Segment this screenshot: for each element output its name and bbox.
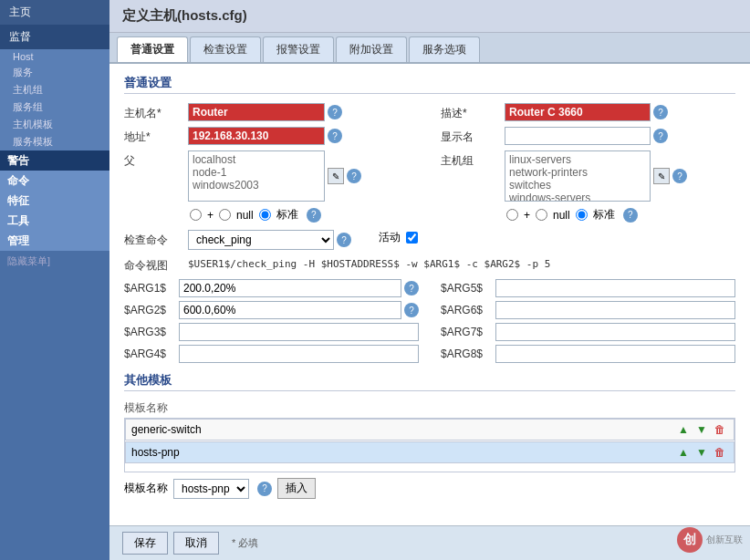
template-row-1: hosts-pnp ▲ ▼ 🗑 <box>125 441 734 463</box>
arg6-input[interactable] <box>495 301 735 319</box>
cmdview-row: 命令视图 $USER1$/check_ping -H $HOSTADDRESS$… <box>124 255 735 274</box>
radio-std-left[interactable] <box>259 209 271 221</box>
radio-plus-left[interactable] <box>190 209 202 221</box>
arg8-label: $ARG8$ <box>441 347 495 360</box>
add-template-label: 模板名称 <box>124 481 168 496</box>
parent-field-wrap: localhost node-1 windows2003 ✎ ? <box>188 150 361 202</box>
template-name-1: hosts-pnp <box>131 446 673 459</box>
sidebar-sub-hostgroup[interactable]: 主机组 <box>0 81 109 99</box>
arg1-input[interactable] <box>179 279 401 297</box>
arg4-label: $ARG4$ <box>124 347 179 360</box>
add-template-help-icon[interactable]: ? <box>257 482 272 496</box>
hostgroup-textarea[interactable]: linux-servers network-printers switches … <box>505 150 651 202</box>
add-template-row: 模板名称 hosts-pnp ? 插入 <box>124 478 735 499</box>
address-input[interactable] <box>188 127 325 145</box>
hostgroup-label: 主机组 <box>441 150 505 169</box>
tab-check[interactable]: 检查设置 <box>190 36 261 62</box>
checkcmd-select[interactable]: check_ping <box>188 230 334 250</box>
arg1-row: $ARG1$ ? <box>124 279 419 297</box>
hostname-input[interactable] <box>188 103 325 121</box>
display-help-icon[interactable]: ? <box>653 129 668 143</box>
template-up-btn-0[interactable]: ▲ <box>675 422 692 437</box>
template-row-0: generic-switch ▲ ▼ 🗑 <box>125 419 734 441</box>
sidebar-item-command[interactable]: 命令 <box>0 171 109 191</box>
sidebar-item-tools[interactable]: 工具 <box>0 211 109 231</box>
arg4-row: $ARG4$ <box>124 345 419 363</box>
arg5-input[interactable] <box>495 279 735 297</box>
desc-label: 描述* <box>441 103 505 121</box>
sidebar-item-home[interactable]: 主页 <box>0 0 109 25</box>
template-up-btn-1[interactable]: ▲ <box>675 445 692 460</box>
template-down-btn-1[interactable]: ▼ <box>693 445 710 460</box>
address-label: 地址* <box>124 127 188 145</box>
display-field-wrap: ? <box>505 127 668 145</box>
tab-alert[interactable]: 报警设置 <box>263 36 334 62</box>
sidebar-item-manage[interactable]: 管理 <box>0 231 109 251</box>
arg4-input[interactable] <box>179 345 419 363</box>
hostgroup-edit-icon[interactable]: ✎ <box>653 168 670 184</box>
sidebar-sub-service[interactable]: 服务 <box>0 64 109 81</box>
arg7-row: $ARG7$ <box>441 323 735 341</box>
sidebar-sub-servicetemplate[interactable]: 服务模板 <box>0 133 109 150</box>
parent-help-icon[interactable]: ? <box>347 169 361 183</box>
parent-edit-icon[interactable]: ✎ <box>328 168 344 184</box>
page-title: 定义主机(hosts.cfg) <box>109 0 750 33</box>
desc-input[interactable] <box>505 103 651 121</box>
hostname-help-icon[interactable]: ? <box>328 105 342 119</box>
radio-null-left[interactable] <box>219 209 231 221</box>
radio-plus-right[interactable] <box>506 209 518 221</box>
arg7-input[interactable] <box>495 323 735 341</box>
desc-row: 描述* ? <box>441 103 735 121</box>
form-grid: 主机名* ? 地址* ? 父 <box>124 103 735 226</box>
desc-field-wrap: ? <box>505 103 668 121</box>
arg8-input[interactable] <box>495 345 735 363</box>
radio-null-right[interactable] <box>536 209 547 221</box>
checkcmd-row: 检查命令 check_ping ? 活动 <box>124 230 735 250</box>
arg5-label: $ARG5$ <box>441 282 495 295</box>
parent-row: 父 localhost node-1 windows2003 ✎ ? <box>124 150 419 202</box>
radio-right-help-icon[interactable]: ? <box>623 208 638 223</box>
sidebar-sub-hosttemplate[interactable]: 主机模板 <box>0 116 109 133</box>
tab-bar: 普通设置 检查设置 报警设置 附加设置 服务选项 <box>109 33 750 64</box>
arg3-input[interactable] <box>179 323 419 341</box>
arg2-input[interactable] <box>179 301 401 319</box>
insert-template-button[interactable]: 插入 <box>277 478 316 499</box>
sidebar-item-feature[interactable]: 特征 <box>0 191 109 211</box>
tab-general[interactable]: 普通设置 <box>117 36 188 62</box>
save-button[interactable]: 保存 <box>122 532 168 555</box>
cancel-button[interactable]: 取消 <box>173 532 219 555</box>
checkcmd-help-icon[interactable]: ? <box>337 233 351 247</box>
cmdview-label: 命令视图 <box>124 255 188 274</box>
right-col: 描述* ? 显示名 ? 主机组 <box>441 103 735 226</box>
active-checkbox[interactable] <box>406 232 418 244</box>
tab-service[interactable]: 服务选项 <box>409 36 480 62</box>
parent-textarea[interactable]: localhost node-1 windows2003 <box>188 150 325 202</box>
checkcmd-label: 检查命令 <box>124 230 188 248</box>
parent-label: 父 <box>124 150 188 169</box>
radio-std-right[interactable] <box>576 209 588 221</box>
watermark: 创 创新互联 <box>677 527 743 553</box>
template-down-btn-0[interactable]: ▼ <box>693 422 710 437</box>
sidebar-sub-host[interactable]: Host <box>0 49 109 64</box>
arg5-row: $ARG5$ <box>441 279 735 297</box>
active-label: 活动 <box>379 230 401 245</box>
template-del-btn-1[interactable]: 🗑 <box>712 445 728 460</box>
sidebar: 主页 监督 Host 服务 主机组 服务组 主机模板 服务模板 警告 命令 特征… <box>0 0 109 560</box>
sidebar-sub-servicegroup[interactable]: 服务组 <box>0 99 109 116</box>
required-note: * 必填 <box>232 536 258 550</box>
add-template-select[interactable]: hosts-pnp <box>173 479 249 499</box>
arg1-help-icon[interactable]: ? <box>404 281 419 296</box>
sidebar-hide-menu[interactable]: 隐藏菜单] <box>0 251 109 272</box>
sidebar-item-alert[interactable]: 警告 <box>0 150 109 171</box>
arg2-label: $ARG2$ <box>124 304 179 316</box>
address-help-icon[interactable]: ? <box>328 129 342 143</box>
radio-left-help-icon[interactable]: ? <box>307 208 321 223</box>
display-input[interactable] <box>505 127 651 145</box>
hostgroup-help-icon[interactable]: ? <box>672 169 687 183</box>
tab-extra[interactable]: 附加设置 <box>336 36 407 62</box>
template-del-btn-0[interactable]: 🗑 <box>712 422 728 437</box>
arg2-help-icon[interactable]: ? <box>404 303 419 317</box>
desc-help-icon[interactable]: ? <box>653 105 668 119</box>
sidebar-item-monitor[interactable]: 监督 <box>0 25 109 49</box>
hostname-field-wrap: ? <box>188 103 342 121</box>
